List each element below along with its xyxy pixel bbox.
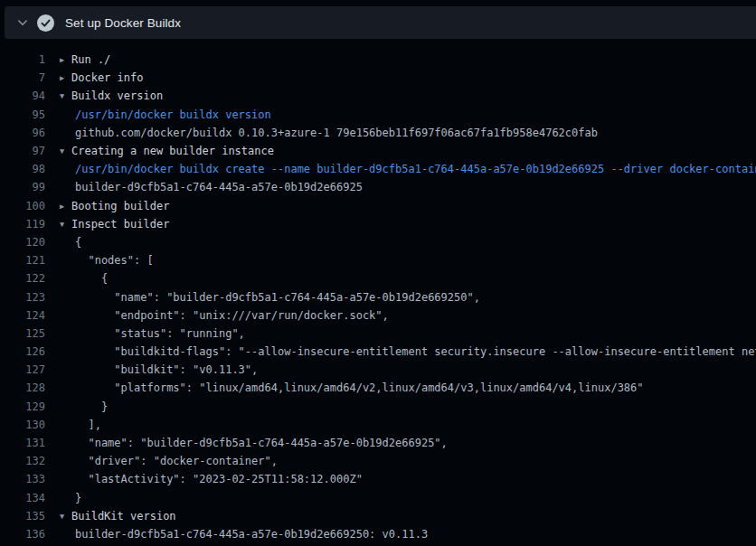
output-text: "buildkit": "v0.11.3", (60, 363, 258, 376)
triangle-expanded-icon: ▼ (60, 220, 71, 229)
log-group-row[interactable]: 119▼Inspect builder (0, 215, 756, 233)
log-group-row[interactable]: 135▼BuildKit version (0, 507, 756, 525)
line-number[interactable]: 97 (0, 145, 45, 157)
triangle-expanded-icon: ▼ (60, 146, 71, 155)
line-number[interactable]: 94 (0, 89, 45, 102)
output-text: builder-d9cfb5a1-c764-445a-a57e-0b19d2e6… (60, 181, 363, 193)
log-row: 129 } (0, 398, 756, 416)
line-number[interactable]: 128 (0, 381, 45, 394)
line-number[interactable]: 96 (0, 127, 45, 139)
log-group-row[interactable]: 7▶Docker info (0, 69, 756, 87)
log-row: 125 "status": "running", (0, 325, 756, 343)
output-text: "nodes": [ (60, 254, 154, 267)
log-row: 99builder-d9cfb5a1-c764-445a-a57e-0b19d2… (0, 178, 756, 196)
output-text: { (60, 272, 108, 285)
output-text: "platforms": "linux/amd64,linux/amd64/v2… (60, 381, 644, 394)
log-group-row[interactable]: 1▶Run ./ (0, 51, 756, 69)
log-row: 95/usr/bin/docker buildx version (0, 106, 756, 124)
line-number[interactable]: 99 (0, 181, 45, 193)
line-number[interactable]: 132 (0, 455, 45, 467)
output-text: { (60, 236, 81, 249)
command-text: /usr/bin/docker buildx create --name bui… (60, 163, 756, 175)
log-row: 120{ (0, 233, 756, 251)
line-number[interactable]: 7 (0, 71, 45, 84)
log-row: 122 { (0, 269, 756, 287)
line-number[interactable]: 125 (0, 327, 45, 340)
log-row: 128 "platforms": "linux/amd64,linux/amd6… (0, 379, 756, 397)
log-row: 134} (0, 489, 756, 507)
group-title: Creating a new builder instance (71, 145, 274, 157)
step-header[interactable]: Set up Docker Buildx (5, 6, 756, 39)
output-text: github.com/docker/buildx 0.10.3+azure-1 … (60, 127, 598, 139)
output-text: "name": "builder-d9cfb5a1-c764-445a-a57e… (60, 437, 448, 449)
triangle-collapsed-icon: ▶ (60, 73, 71, 82)
command-text: /usr/bin/docker buildx version (60, 108, 271, 121)
log-row: 127 "buildkit": "v0.11.3", (0, 361, 756, 379)
triangle-collapsed-icon: ▶ (60, 55, 71, 64)
chevron-down-icon[interactable] (16, 16, 29, 29)
line-number[interactable]: 120 (0, 236, 45, 249)
check-circle-icon (37, 14, 54, 32)
output-text: "lastActivity": "2023-02-25T11:58:12.000… (60, 473, 363, 485)
line-number[interactable]: 135 (0, 510, 45, 522)
log-row: 124 "endpoint": "unix:///var/run/docker.… (0, 306, 756, 325)
group-title: Booting builder (71, 200, 169, 212)
line-number[interactable]: 133 (0, 473, 45, 485)
group-title: Inspect builder (71, 218, 169, 231)
log-row: 130 ], (0, 416, 756, 434)
log-row: 126 "buildkitd-flags": "--allow-insecure… (0, 343, 756, 361)
line-number[interactable]: 121 (0, 254, 45, 267)
group-title: Docker info (71, 71, 143, 84)
triangle-expanded-icon: ▼ (60, 512, 71, 521)
log-group-row[interactable]: 100▶Booting builder (0, 197, 756, 215)
output-text: } (60, 492, 81, 504)
step-title: Set up Docker Buildx (65, 16, 181, 30)
group-title: Run ./ (71, 53, 110, 66)
log-row: 131 "name": "builder-d9cfb5a1-c764-445a-… (0, 434, 756, 452)
output-text: "status": "running", (60, 327, 245, 340)
line-number[interactable]: 122 (0, 272, 45, 285)
output-text: "driver": "docker-container", (60, 455, 278, 467)
output-text: builder-d9cfb5a1-c764-445a-a57e-0b19d2e6… (60, 528, 428, 541)
triangle-expanded-icon: ▼ (60, 91, 71, 100)
output-text: ], (60, 419, 101, 431)
line-number[interactable]: 127 (0, 363, 45, 376)
output-text: } (60, 400, 108, 413)
log-row: 96github.com/docker/buildx 0.10.3+azure-… (0, 124, 756, 142)
log-row: 123 "name": "builder-d9cfb5a1-c764-445a-… (0, 287, 756, 306)
log-row: 136builder-d9cfb5a1-c764-445a-a57e-0b19d… (0, 525, 756, 543)
log-row: 121 "nodes": [ (0, 251, 756, 269)
output-text: "endpoint": "unix:///var/run/docker.sock… (60, 309, 389, 322)
log-row: 98/usr/bin/docker buildx create --name b… (0, 160, 756, 178)
actions-log-viewer: { "header": { "title": "Set up Docker Bu… (0, 0, 756, 546)
line-number[interactable]: 130 (0, 419, 45, 431)
line-number[interactable]: 136 (0, 528, 45, 541)
line-number[interactable]: 1 (0, 53, 45, 66)
line-number[interactable]: 119 (0, 218, 45, 231)
line-number[interactable]: 129 (0, 400, 45, 413)
group-title: Buildx version (71, 89, 163, 102)
line-number[interactable]: 100 (0, 200, 45, 212)
line-number[interactable]: 126 (0, 345, 45, 358)
log-row: 133 "lastActivity": "2023-02-25T11:58:12… (0, 470, 756, 488)
log-group-row[interactable]: 94▼Buildx version (0, 87, 756, 105)
log-group-row[interactable]: 97▼Creating a new builder instance (0, 142, 756, 160)
log-row: 132 "driver": "docker-container", (0, 452, 756, 470)
log-lines: 1▶Run ./7▶Docker info94▼Buildx version95… (0, 39, 756, 546)
output-text: "name": "builder-d9cfb5a1-c764-445a-a57e… (60, 291, 480, 304)
triangle-collapsed-icon: ▶ (60, 202, 71, 211)
line-number[interactable]: 134 (0, 492, 45, 504)
line-number[interactable]: 95 (0, 108, 45, 121)
output-text: "buildkitd-flags": "--allow-insecure-ent… (60, 345, 756, 358)
line-number[interactable]: 131 (0, 437, 45, 449)
line-number[interactable]: 98 (0, 163, 45, 175)
line-number[interactable]: 123 (0, 291, 45, 304)
line-number[interactable]: 124 (0, 309, 45, 322)
group-title: BuildKit version (71, 510, 176, 522)
